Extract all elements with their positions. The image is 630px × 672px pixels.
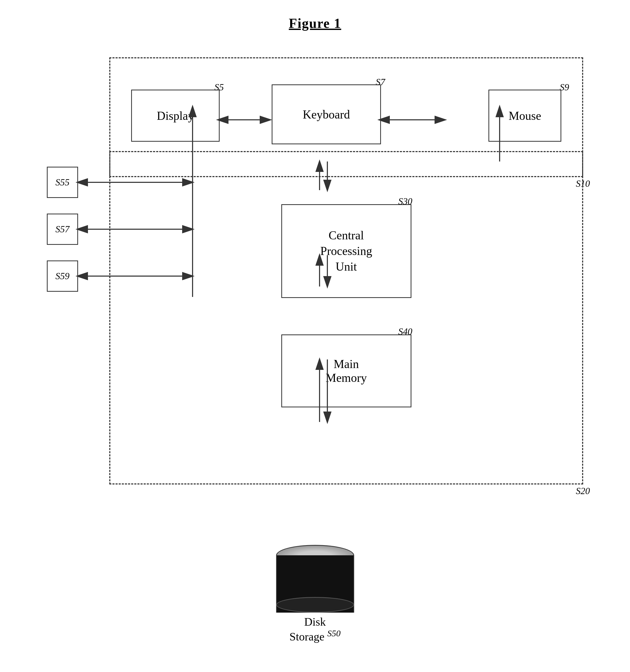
- keyboard-box: Keyboard: [272, 85, 381, 144]
- side-box-59: S59: [47, 261, 78, 292]
- disk-text: DiskStorage: [289, 616, 326, 643]
- mouse-label: Mouse: [508, 109, 541, 123]
- cpu-label: CentralProcessingUnit: [320, 227, 372, 274]
- side-box-55: S55: [47, 167, 78, 198]
- inner-ref: S20: [576, 485, 590, 497]
- keyboard-label: Keyboard: [303, 107, 350, 121]
- display-ref: S5: [215, 82, 224, 93]
- side59-label: S59: [55, 271, 70, 282]
- disk-label: DiskStorage S50: [274, 615, 357, 643]
- inner-dashed-box: CentralProcessingUnit S30 MainMemory S40…: [109, 151, 583, 484]
- display-label: Display: [157, 109, 194, 123]
- memory-ref: S40: [398, 326, 412, 337]
- side-box-57: S57: [47, 214, 78, 245]
- keyboard-ref: S7: [376, 77, 385, 88]
- side55-label: S55: [55, 177, 70, 188]
- disk-bottom-ellipse: [276, 597, 354, 613]
- display-box: Display: [131, 90, 220, 142]
- disk-cylinder: [276, 545, 354, 613]
- disk-ref: S50: [327, 628, 341, 638]
- disk-container: DiskStorage S50: [274, 545, 357, 643]
- side57-label: S57: [55, 224, 70, 235]
- cpu-box: CentralProcessingUnit: [281, 204, 411, 298]
- memory-label: MainMemory: [326, 357, 367, 385]
- mouse-box: Mouse: [488, 90, 561, 142]
- page-title: Figure 1: [0, 16, 630, 31]
- memory-box: MainMemory: [281, 334, 411, 407]
- cpu-ref: S30: [398, 196, 412, 207]
- mouse-ref: S9: [560, 82, 569, 93]
- diagram-container: Display S5 Keyboard S7 Mouse S9 S10 Cent…: [31, 42, 599, 651]
